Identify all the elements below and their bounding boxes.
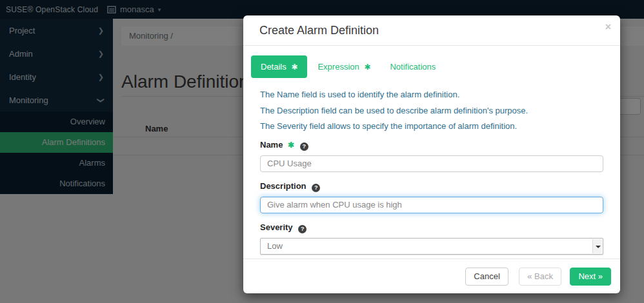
label-text: Severity [260,222,293,232]
modal-body: The Name field is used to identify the a… [243,78,620,255]
required-asterisk-icon: ✱ [364,63,370,72]
tab-expression[interactable]: Expression ✱ [317,62,370,72]
help-text-description: The Description field can be used to des… [260,106,603,115]
label-text: Description [260,181,307,191]
required-asterisk-icon: ✱ [288,141,294,150]
question-circle-icon: ? [312,184,320,192]
close-icon[interactable]: × [605,22,611,32]
tab-label: Details [261,62,287,72]
question-circle-icon: ? [298,225,307,233]
next-button[interactable]: Next » [570,268,611,286]
question-circle-icon: ? [300,142,308,151]
dropdown-caret-icon [592,239,602,253]
help-text-name: The Name field is used to identify the a… [260,90,603,99]
modal-title: Create Alarm Definition [259,24,379,37]
cancel-button[interactable]: Cancel [465,268,508,286]
tab-notifications[interactable]: Notifications [390,62,436,72]
severity-selected-value: Low [267,241,283,251]
severity-label: Severity ? [260,222,603,233]
required-asterisk-icon: ✱ [291,63,297,72]
modal-footer: Cancel « Back Next » [243,259,620,293]
name-field[interactable] [260,155,603,172]
label-text: Name [260,140,283,150]
tab-label: Notifications [390,62,436,72]
help-text-severity: The Severity field allows to specify the… [260,122,603,131]
severity-select[interactable]: Low [260,238,603,255]
name-label: Name ✱ ? [260,140,603,151]
description-field[interactable] [260,197,603,213]
create-alarm-definition-modal: Create Alarm Definition × Details ✱ Expr… [243,15,620,293]
modal-header: Create Alarm Definition × [243,15,620,46]
back-button[interactable]: « Back [519,268,561,286]
tab-details[interactable]: Details ✱ [251,55,307,78]
wizard-tabs: Details ✱ Expression ✱ Notifications [251,55,620,78]
description-label: Description ? [260,181,603,192]
tab-label: Expression [317,62,359,72]
